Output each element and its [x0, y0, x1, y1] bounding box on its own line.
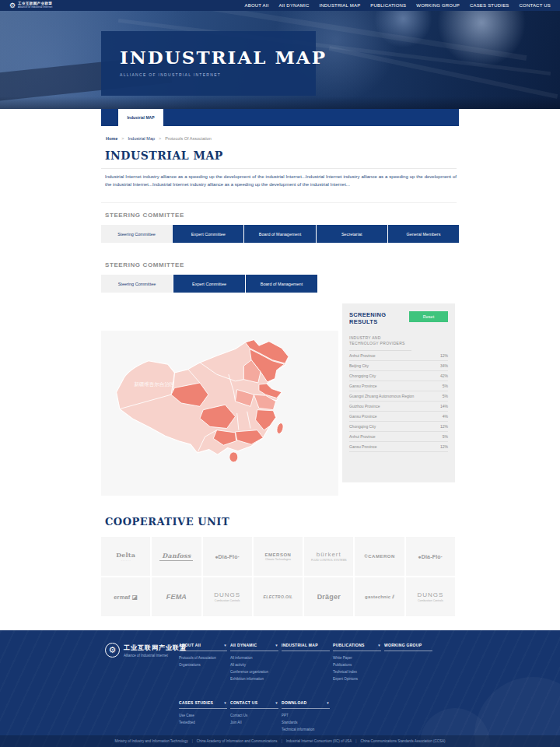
screening-row: Anhui Province 12%	[349, 351, 448, 361]
screening-row: Chongqing City 12%	[349, 422, 448, 432]
partner-logo-fema[interactable]: FEMA	[152, 577, 201, 616]
nav-item-cases-studies[interactable]: CASES STUDIES	[470, 3, 509, 8]
region-value: 14%	[440, 404, 448, 409]
footer-col-about: ABOUT AII ▼ Protocols of Association Org…	[179, 643, 227, 667]
region-name: Gansu Province	[349, 414, 377, 419]
nav-item-about[interactable]: ABOUT AII	[245, 3, 269, 8]
region-name: Guizhou Province	[349, 404, 380, 409]
section-strip: Industrial MAP	[101, 109, 459, 126]
breadcrumb-home[interactable]: Home	[106, 136, 117, 141]
partner-logo-dia-flo[interactable]: ●Dia-Flo·	[203, 537, 252, 576]
chevron-down-icon: ▼	[377, 644, 381, 647]
reset-button[interactable]: Reset	[409, 311, 448, 322]
footer-link[interactable]: Join AII	[230, 721, 278, 724]
partner-logo-grid: Delta · · · · · · Danfoss ●Dia-Flo· EMER…	[101, 537, 455, 616]
region-value: 42%	[440, 374, 448, 378]
footer-link[interactable]: Contact Us	[230, 714, 278, 717]
footer-partner-link[interactable]: Industrial Internet Consortium (IIC) of …	[286, 739, 352, 743]
nav-item-industrial-map[interactable]: INDUSTRIAL MAP	[319, 3, 360, 8]
breadcrumb-separator: >	[121, 136, 124, 141]
tab-expert-committee[interactable]: Expert Committee	[173, 225, 243, 243]
region-name: Gansu Province	[349, 384, 377, 388]
partner-logo-ermaf[interactable]: ermaf ◪	[101, 577, 150, 616]
footer-col-dynamic: AII DYNAMIC ▼ All information All activi…	[230, 643, 278, 681]
footer-link[interactable]: Exhibition information	[230, 677, 278, 681]
china-map-container: 新疆维吾尔自治区	[101, 331, 338, 496]
nav-item-publications[interactable]: PUBLICATIONS	[370, 3, 406, 8]
tab-steering-committee[interactable]: Steering Committee	[101, 275, 173, 293]
footer-link[interactable]: Standards	[282, 721, 330, 724]
tab-steering-committee[interactable]: Steering Committee	[101, 225, 172, 243]
footer-link[interactable]: Protocols of Association	[179, 656, 227, 660]
footer-link[interactable]: PPT	[282, 714, 330, 717]
footer-link[interactable]: Technical information	[282, 728, 330, 731]
footer-link[interactable]: Use Case	[179, 714, 227, 717]
breadcrumb-current: Protocols Of Association	[165, 136, 212, 141]
screening-list: Anhui Province 12% Beijing City 34% Chon…	[349, 351, 448, 452]
region-value: 4%	[443, 414, 448, 419]
gear-logo-icon: ⚙	[105, 643, 120, 658]
footer-partner-link[interactable]: Ministry of Industry and Information Tec…	[114, 739, 187, 743]
partner-logo-danfoss[interactable]: Danfoss	[152, 537, 201, 576]
region-name: Guangxi Zhuang Autonomous Region	[349, 394, 414, 398]
map-label-xinjiang: 新疆维吾尔自治区	[134, 381, 175, 388]
screening-row: Beijing City 34%	[349, 361, 448, 371]
tab-secretariat[interactable]: Secretariat	[317, 225, 387, 243]
brand-logo[interactable]: ⚙ 工业互联网产业联盟 Alliance of Industrial Inter…	[9, 2, 52, 9]
partner-logo-burkert[interactable]: bürkert FLUID CONTROL SYSTEMS	[304, 537, 353, 576]
tab-board-of-management[interactable]: Board of Management	[244, 225, 315, 243]
strip-tab-industrial-map[interactable]: Industrial MAP	[118, 109, 163, 126]
footer-link[interactable]: Conference organization	[230, 670, 278, 674]
footer-link[interactable]: Expert Opinions	[333, 677, 381, 681]
tab-general-members[interactable]: General Members	[388, 225, 459, 243]
screening-row: Guizhou Province 14%	[349, 402, 448, 412]
footer-partner-link[interactable]: China Communications Standards Associati…	[361, 739, 446, 743]
hero-subtitle: ALLIANCE OF INDUSTRIAL INTERNET	[120, 72, 316, 77]
chevron-down-icon: ▼	[223, 644, 227, 647]
footer-partner-link[interactable]: China Academy of Information and Communi…	[197, 739, 278, 743]
footer-link[interactable]: All activity	[230, 663, 278, 667]
cooperative-unit-title: COOPERATIVE UNIT	[105, 516, 229, 528]
partner-logo-dungs[interactable]: DUNGS Combustion Controls	[406, 577, 455, 616]
section-heading-steering-2: STEERING COMMITTEE	[105, 261, 184, 268]
footer-brand-logo[interactable]: ⚙ 工业互联网产业联盟 Alliance of Industrial Inter…	[105, 643, 187, 658]
intro-paragraph: Industrial Internet industry alliance as…	[105, 173, 457, 188]
screening-title: SCREENING RESULTS	[349, 311, 397, 325]
partner-logo-cameron[interactable]: ©CAMERON	[355, 537, 404, 576]
screening-row: Gansu Province 5%	[349, 381, 448, 391]
nav-item-dynamic[interactable]: AII DYNAMIC	[279, 3, 310, 8]
screening-row: Chongqing City 42%	[349, 371, 448, 381]
hero-banner: INDUSTRIAL MAP ALLIANCE OF INDUSTRIAL IN…	[0, 11, 560, 109]
partner-logo-gastechnic[interactable]: gastechnic ⫽	[355, 577, 404, 616]
footer-col-contact: CONTACT US ▼ Contact Us Join AII	[230, 700, 278, 724]
breadcrumb: Home > Industrial Map > Protocols Of Ass…	[106, 136, 212, 141]
top-nav: ⚙ 工业互联网产业联盟 Alliance of Industrial Inter…	[0, 0, 560, 11]
footer-link[interactable]: White Paper	[333, 656, 381, 660]
region-value: 12%	[440, 353, 448, 358]
footer-link[interactable]: Publications	[333, 663, 381, 667]
footer-link[interactable]: Testedbed	[179, 721, 227, 724]
page-title: INDUSTRIAL MAP	[105, 149, 223, 162]
nav-item-contact[interactable]: CONTACT US	[520, 3, 551, 8]
hero-shadow-decor	[0, 96, 560, 109]
tab-board-of-management[interactable]: Board of Management	[246, 275, 317, 293]
region-name: Gansu Province	[349, 444, 377, 449]
partner-logo-emerson[interactable]: EMERSON Climate Technologies	[254, 537, 303, 576]
nav-item-working-group[interactable]: WORKING GROUP	[416, 3, 460, 8]
footer-link[interactable]: Technical Index	[333, 670, 381, 674]
province-hainan[interactable]	[229, 452, 237, 462]
partner-logo-dungs[interactable]: DUNGS Combustion Controls	[203, 577, 252, 616]
partner-logo-delta[interactable]: Delta · · · · · ·	[101, 537, 150, 576]
tab-expert-committee[interactable]: Expert Committee	[173, 275, 245, 293]
footer-link[interactable]: Organizations	[179, 663, 227, 667]
partner-logo-dia-flo[interactable]: ●Dia-Flo·	[406, 537, 455, 576]
hero-title: INDUSTRIAL MAP	[120, 47, 316, 68]
footer-link[interactable]: All information	[230, 656, 278, 660]
partner-logo-electro-oil[interactable]: ELECTRO.OIL	[254, 577, 303, 616]
chevron-down-icon: ▼	[275, 701, 278, 705]
province-taiwan[interactable]	[275, 423, 284, 435]
breadcrumb-industrial-map[interactable]: Industrial Map	[128, 136, 156, 141]
region-name: Anhui Province	[349, 434, 376, 439]
screening-row: Gansu Province 12%	[349, 442, 448, 452]
partner-logo-drager[interactable]: Dräger	[304, 577, 353, 616]
